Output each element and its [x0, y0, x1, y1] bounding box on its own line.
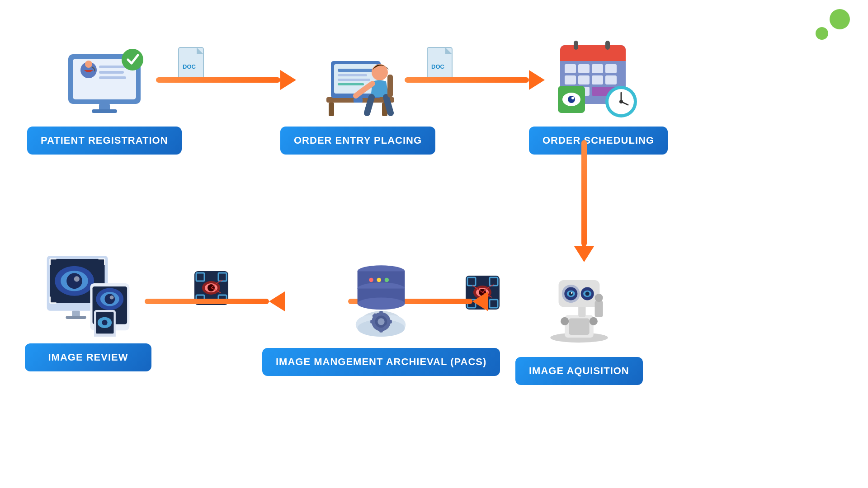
svg-point-111 [66, 273, 82, 289]
svg-rect-114 [66, 316, 86, 319]
step-image-review: IMAGE REVIEW [25, 244, 151, 371]
dot-small [816, 27, 828, 40]
svg-rect-21 [338, 83, 364, 85]
svg-point-85 [385, 278, 389, 282]
svg-point-9 [122, 49, 143, 70]
arrow-1 [156, 70, 296, 90]
svg-rect-35 [565, 75, 576, 84]
svg-rect-34 [605, 64, 617, 73]
svg-rect-19 [338, 74, 367, 76]
svg-point-82 [358, 298, 405, 310]
image-review-label: IMAGE REVIEW [25, 343, 151, 371]
order-scheduling-label: ORDER SCHEDULING [529, 127, 668, 155]
svg-point-83 [369, 278, 373, 282]
svg-rect-37 [592, 75, 603, 84]
svg-rect-33 [592, 64, 603, 73]
step-image-acquisition: IMAGE AQUISITION [515, 258, 643, 385]
svg-text:DOC: DOC [183, 63, 196, 70]
svg-point-46 [568, 96, 575, 103]
svg-point-67 [590, 317, 598, 325]
step-image-management: IMAGE MANGEMENT ARCHIEVAL (PACS) [262, 249, 500, 376]
svg-text:DOC: DOC [431, 63, 445, 70]
svg-point-112 [74, 276, 80, 282]
svg-rect-7 [99, 104, 110, 110]
svg-rect-22 [354, 98, 363, 103]
image-acquisition-label: IMAGE AQUISITION [515, 357, 643, 385]
svg-rect-24 [387, 75, 393, 97]
svg-point-69 [594, 294, 603, 302]
order-entry-icon [313, 27, 403, 117]
dot-large [830, 9, 850, 29]
svg-point-119 [105, 294, 115, 304]
image-acquisition-icon [534, 258, 624, 348]
step-patient-registration: PATIENT REGISTRATION [27, 27, 182, 155]
svg-point-65 [585, 291, 590, 296]
svg-rect-38 [605, 75, 617, 84]
svg-rect-32 [578, 64, 590, 73]
svg-point-3 [85, 61, 92, 68]
image-review-icon [43, 244, 133, 334]
patient-registration-icon [59, 27, 150, 117]
svg-point-47 [571, 97, 574, 99]
svg-rect-30 [560, 54, 626, 61]
svg-rect-8 [92, 109, 117, 113]
svg-rect-5 [99, 71, 124, 74]
arrow-2 [405, 70, 545, 90]
svg-rect-93 [379, 328, 383, 333]
svg-point-66 [561, 317, 569, 325]
svg-rect-94 [370, 320, 375, 324]
order-scheduling-icon [553, 27, 644, 117]
order-entry-label: ORDER ENTRY PLACING [280, 127, 435, 155]
svg-point-61 [569, 291, 573, 296]
patient-registration-label: PATIENT REGISTRATION [27, 127, 182, 155]
svg-point-120 [110, 296, 114, 300]
svg-point-52 [619, 100, 623, 103]
diagram-container: PATIENT REGISTRATION DOC [0, 0, 868, 488]
svg-rect-55 [569, 319, 589, 335]
step-order-scheduling: ORDER SCHEDULING [529, 27, 668, 155]
svg-point-98 [378, 318, 385, 325]
svg-rect-43 [605, 41, 610, 50]
image-management-label: IMAGE MANGEMENT ARCHIEVAL (PACS) [262, 348, 500, 376]
svg-rect-36 [578, 75, 590, 84]
svg-rect-14 [329, 103, 334, 116]
svg-point-23 [372, 64, 388, 80]
svg-point-125 [102, 320, 107, 325]
svg-rect-31 [565, 64, 576, 73]
svg-rect-6 [99, 76, 126, 79]
svg-rect-20 [338, 79, 370, 81]
svg-rect-92 [379, 311, 383, 315]
svg-point-62 [571, 292, 573, 294]
image-management-icon [336, 249, 426, 339]
svg-point-84 [377, 278, 382, 282]
arrow-3 [574, 140, 594, 262]
arrow-5 [145, 291, 285, 311]
svg-rect-95 [387, 320, 392, 324]
svg-rect-113 [72, 311, 80, 317]
svg-rect-68 [594, 300, 603, 317]
svg-rect-18 [338, 69, 374, 72]
svg-rect-42 [574, 41, 578, 50]
step-order-entry: ORDER ENTRY PLACING [280, 27, 435, 155]
